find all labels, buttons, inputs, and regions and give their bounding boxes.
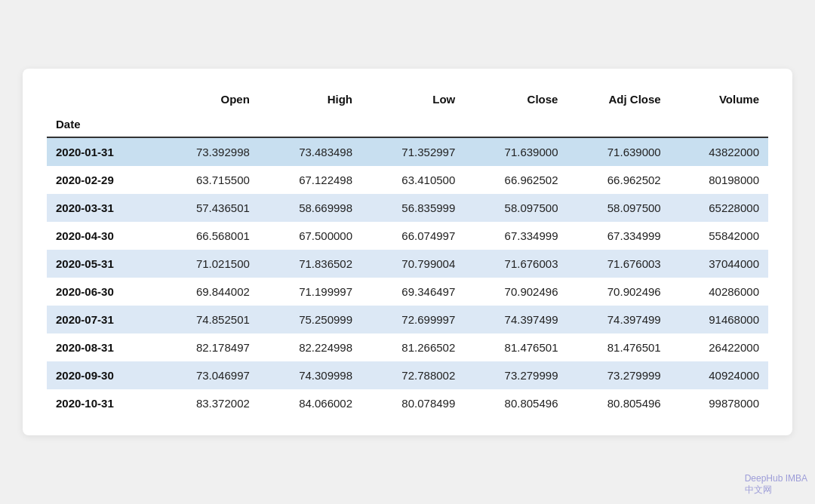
close-cell: 81.476501 — [464, 333, 567, 361]
adj_close-cell: 81.476501 — [567, 333, 669, 361]
table-row: 2020-05-3171.02150071.83650270.79900471.… — [47, 250, 768, 278]
date-label-row: Date — [47, 115, 768, 137]
adj_close-cell: 74.397499 — [567, 306, 669, 333]
low-cell: 80.078499 — [361, 389, 464, 417]
adj_close-cell: 71.639000 — [567, 137, 669, 166]
high-col-header: High — [259, 87, 361, 115]
open-cell: 74.852501 — [156, 306, 259, 333]
close-cell: 80.805496 — [464, 389, 567, 417]
high-cell: 73.483498 — [259, 137, 361, 166]
high-cell: 84.066002 — [259, 389, 361, 417]
close-cell: 58.097500 — [464, 194, 567, 222]
data-table: Open High Low Close Adj Close Volume Dat… — [47, 87, 768, 417]
volume-cell: 91468000 — [670, 306, 768, 333]
adj_close-cell: 71.676003 — [567, 250, 669, 278]
table-row: 2020-08-3182.17849782.22499881.26650281.… — [47, 333, 768, 361]
date-cell: 2020-07-31 — [47, 306, 156, 333]
close-cell: 73.279999 — [464, 361, 567, 389]
adj_close-cell: 80.805496 — [567, 389, 669, 417]
date-cell: 2020-05-31 — [47, 250, 156, 278]
table-row: 2020-02-2963.71550067.12249863.41050066.… — [47, 166, 768, 194]
volume-cell: 55842000 — [670, 222, 768, 250]
open-cell: 63.715500 — [156, 166, 259, 194]
low-cell: 70.799004 — [361, 250, 464, 278]
open-cell: 82.178497 — [156, 333, 259, 361]
open-col-header: Open — [156, 87, 259, 115]
open-cell: 71.021500 — [156, 250, 259, 278]
close-cell: 71.639000 — [464, 137, 567, 166]
date-label: Date — [47, 115, 156, 137]
volume-col-header: Volume — [670, 87, 768, 115]
close-cell: 74.397499 — [464, 306, 567, 333]
low-cell: 72.788002 — [361, 361, 464, 389]
high-cell: 74.309998 — [259, 361, 361, 389]
close-cell: 71.676003 — [464, 250, 567, 278]
close-col-header: Close — [464, 87, 567, 115]
table-row: 2020-07-3174.85250175.25099972.69999774.… — [47, 306, 768, 333]
high-cell: 75.250999 — [259, 306, 361, 333]
volume-cell: 40286000 — [670, 278, 768, 306]
date-cell: 2020-03-31 — [47, 194, 156, 222]
open-cell: 73.392998 — [156, 137, 259, 166]
date-cell: 2020-02-29 — [47, 166, 156, 194]
table-row: 2020-09-3073.04699774.30999872.78800273.… — [47, 361, 768, 389]
high-cell: 67.122498 — [259, 166, 361, 194]
high-cell: 58.669998 — [259, 194, 361, 222]
open-cell: 69.844002 — [156, 278, 259, 306]
high-cell: 67.500000 — [259, 222, 361, 250]
table-row: 2020-03-3157.43650158.66999856.83599958.… — [47, 194, 768, 222]
low-cell: 56.835999 — [361, 194, 464, 222]
column-header-row: Open High Low Close Adj Close Volume — [47, 87, 768, 115]
low-cell: 71.352997 — [361, 137, 464, 166]
adj_close-cell: 58.097500 — [567, 194, 669, 222]
low-cell: 69.346497 — [361, 278, 464, 306]
watermark: DeepHub IMBA 中文网 — [745, 473, 807, 496]
high-cell: 71.836502 — [259, 250, 361, 278]
low-cell: 72.699997 — [361, 306, 464, 333]
main-container: Open High Low Close Adj Close Volume Dat… — [23, 69, 792, 435]
date-cell: 2020-06-30 — [47, 278, 156, 306]
open-cell: 73.046997 — [156, 361, 259, 389]
volume-cell: 65228000 — [670, 194, 768, 222]
adj_close-cell: 73.279999 — [567, 361, 669, 389]
low-cell: 66.074997 — [361, 222, 464, 250]
table-row: 2020-04-3066.56800167.50000066.07499767.… — [47, 222, 768, 250]
date-cell: 2020-04-30 — [47, 222, 156, 250]
table-row: 2020-01-3173.39299873.48349871.35299771.… — [47, 137, 768, 166]
open-cell: 57.436501 — [156, 194, 259, 222]
volume-cell: 40924000 — [670, 361, 768, 389]
date-cell: 2020-10-31 — [47, 389, 156, 417]
volume-cell: 43822000 — [670, 137, 768, 166]
open-cell: 66.568001 — [156, 222, 259, 250]
adj_close-cell: 66.962502 — [567, 166, 669, 194]
low-col-header: Low — [361, 87, 464, 115]
low-cell: 63.410500 — [361, 166, 464, 194]
adj_close-cell: 67.334999 — [567, 222, 669, 250]
table-body: 2020-01-3173.39299873.48349871.35299771.… — [47, 137, 768, 417]
high-cell: 82.224998 — [259, 333, 361, 361]
date-cell: 2020-01-31 — [47, 137, 156, 166]
table-row: 2020-10-3183.37200284.06600280.07849980.… — [47, 389, 768, 417]
adjclose-col-header: Adj Close — [567, 87, 669, 115]
date-cell: 2020-08-31 — [47, 333, 156, 361]
date-cell: 2020-09-30 — [47, 361, 156, 389]
open-cell: 83.372002 — [156, 389, 259, 417]
volume-cell: 26422000 — [670, 333, 768, 361]
high-cell: 71.199997 — [259, 278, 361, 306]
adj_close-cell: 70.902496 — [567, 278, 669, 306]
volume-cell: 37044000 — [670, 250, 768, 278]
low-cell: 81.266502 — [361, 333, 464, 361]
close-cell: 70.902496 — [464, 278, 567, 306]
table-row: 2020-06-3069.84400271.19999769.34649770.… — [47, 278, 768, 306]
close-cell: 67.334999 — [464, 222, 567, 250]
volume-cell: 99878000 — [670, 389, 768, 417]
volume-cell: 80198000 — [670, 166, 768, 194]
close-cell: 66.962502 — [464, 166, 567, 194]
date-col-header — [47, 87, 156, 115]
